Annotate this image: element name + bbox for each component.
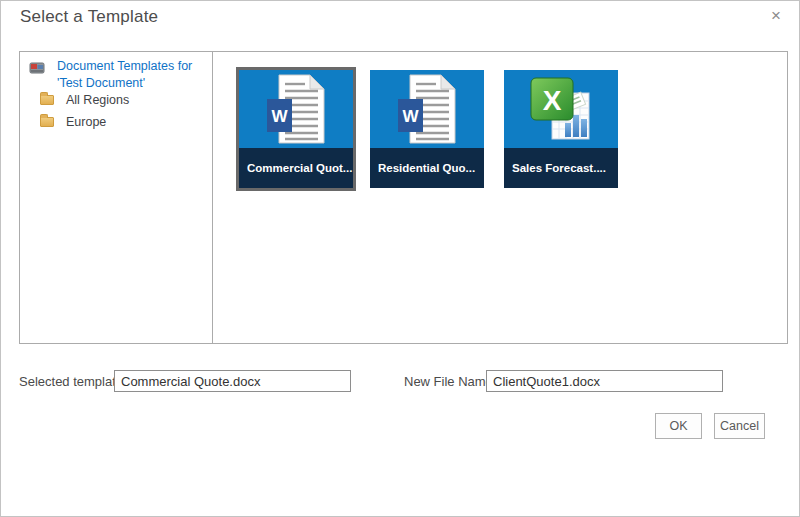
- tree-root-label[interactable]: Document Templates for 'Test Document': [57, 58, 205, 92]
- tree-folder-label: All Regions: [66, 93, 129, 107]
- svg-text:X: X: [543, 85, 562, 116]
- new-file-name-label: New File Name:: [404, 371, 496, 392]
- selected-template-label: Selected template:: [19, 371, 127, 392]
- template-tile-caption: Residential Quo...: [370, 148, 484, 188]
- template-tree-panel: Document Templates for 'Test Document' A…: [20, 52, 213, 343]
- library-icon: [29, 60, 45, 73]
- word-document-icon: W: [239, 70, 353, 148]
- folder-icon: [40, 95, 54, 105]
- template-browser: Document Templates for 'Test Document' A…: [19, 51, 788, 344]
- cancel-button[interactable]: Cancel: [714, 413, 765, 439]
- template-tile-caption: Commercial Quot...: [239, 148, 353, 188]
- template-tile-commercial-quote[interactable]: W Commercial Quot...: [236, 67, 356, 191]
- excel-document-icon: X: [504, 70, 618, 148]
- tree-item-all-regions[interactable]: All Regions: [40, 91, 129, 108]
- tree-folder-label: Europe: [66, 115, 106, 129]
- selected-template-input[interactable]: [114, 370, 351, 392]
- template-gallery: W Commercial Quot...: [213, 52, 787, 343]
- select-template-dialog: Select a Template × Document Templates f…: [0, 0, 800, 517]
- word-document-icon: W: [370, 70, 484, 148]
- ok-button[interactable]: OK: [655, 413, 702, 439]
- template-tile-residential-quote[interactable]: W Residential Quo...: [370, 70, 484, 188]
- new-file-name-input[interactable]: [486, 370, 723, 392]
- template-tile-caption: Sales Forecast....: [504, 148, 618, 188]
- dialog-title: Select a Template: [20, 7, 158, 27]
- folder-icon: [40, 117, 54, 127]
- template-tile-sales-forecast[interactable]: X Sales Forecast....: [504, 70, 618, 188]
- tree-item-europe[interactable]: Europe: [40, 113, 106, 130]
- svg-text:W: W: [402, 107, 419, 126]
- svg-text:W: W: [271, 107, 288, 126]
- close-icon[interactable]: ×: [765, 5, 787, 27]
